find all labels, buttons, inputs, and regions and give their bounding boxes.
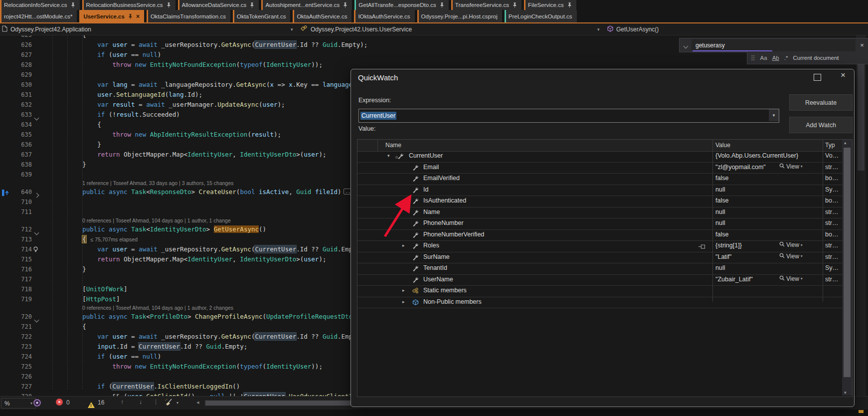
watch-name[interactable]: Static members — [423, 287, 467, 294]
breadcrumb-project[interactable]: Odyssey.Project42.Application — [2, 25, 91, 33]
watch-value[interactable]: false — [715, 197, 728, 204]
regex-button[interactable]: .* — [784, 55, 788, 61]
watch-name[interactable]: SurName — [423, 253, 450, 260]
view-button[interactable]: View▾ — [779, 275, 803, 282]
pin-icon[interactable] — [71, 2, 75, 8]
watch-name[interactable]: CurrentUser — [409, 152, 443, 159]
warning-count[interactable]: 16 — [98, 399, 104, 406]
match-whole-word-button[interactable]: Ab — [772, 55, 779, 61]
scroll-up-icon[interactable]: ▴ — [844, 140, 847, 145]
breadcrumb-member[interactable]: GetUserAsync() — [607, 25, 659, 33]
watch-row-tenantid[interactable]: TenantIdnullSy… — [357, 263, 842, 275]
errors-icon[interactable]: × — [56, 399, 63, 406]
watch-name[interactable]: Email — [423, 164, 439, 171]
tab-relocationinfoservice-cs[interactable]: RelocationInfoService.cs — [0, 0, 80, 10]
expand-caret-icon[interactable]: ▸ — [402, 288, 405, 293]
error-count[interactable]: 0 — [66, 399, 70, 406]
pin-icon[interactable] — [167, 2, 171, 8]
next-issue-icon[interactable]: ↓ — [139, 399, 142, 406]
watch-value[interactable]: null — [715, 186, 725, 193]
drag-handle-icon[interactable]: •••••• — [751, 55, 755, 61]
codelens-text[interactable]: 0 references | Toseef Ahmad, 104 days ag… — [82, 304, 233, 312]
tab-autoshipment-entservice-cs[interactable]: Autoshipment...entService.cs — [261, 0, 352, 10]
watch-name[interactable]: UserName — [423, 276, 453, 283]
close-icon[interactable]: × — [856, 41, 868, 49]
watch-row-currentuser[interactable]: ▾☆CurrentUser{Volo.Abp.Users.CurrentUser… — [357, 151, 842, 163]
pin-icon[interactable] — [567, 2, 572, 8]
watch-row-emailverified[interactable]: EmailVerifiedfalsebo… — [357, 174, 842, 185]
pin-member-icon[interactable] — [698, 243, 705, 250]
reevaluate-button[interactable]: Reevaluate — [789, 94, 853, 111]
pin-icon[interactable] — [440, 2, 444, 8]
watch-row-email[interactable]: Email"zl@yopmail.com"View▾str… — [357, 163, 842, 174]
watch-row-static-members[interactable]: ▸Static members — [357, 286, 842, 297]
pin-icon[interactable] — [343, 2, 347, 8]
maximize-icon[interactable] — [814, 74, 821, 81]
watch-name[interactable]: Non-Public members — [423, 298, 482, 305]
tab-allowancedataservice-cs[interactable]: AllowanceDataService.cs — [178, 0, 259, 10]
watch-name[interactable]: EmailVerified — [423, 175, 460, 182]
watch-value[interactable]: false — [715, 175, 728, 182]
column-header-name[interactable]: Name — [385, 142, 401, 149]
chevron-down-icon[interactable]: ▾ — [291, 27, 293, 32]
tab-fileservice-cs[interactable]: FileService.cs — [524, 0, 576, 10]
pin-icon[interactable] — [250, 2, 254, 8]
watch-name[interactable]: TenantId — [423, 264, 447, 271]
intellicode-icon[interactable] — [33, 399, 41, 409]
code-cleanup-broom-icon[interactable] — [165, 399, 174, 408]
collapse-caret-icon[interactable]: ▾ — [387, 153, 390, 158]
chevron-down-icon[interactable]: ▾ — [769, 109, 779, 121]
tab-oktaclaimstransformation-cs[interactable]: OktaClaimsTransformation.cs — [147, 10, 230, 22]
pin-icon[interactable] — [513, 2, 517, 8]
editor-vertical-scrollbar-thumb[interactable] — [858, 46, 865, 171]
add-watch-button[interactable]: Add Watch — [789, 117, 853, 133]
watch-value[interactable]: false — [715, 231, 728, 238]
chevron-down-icon[interactable]: ▾ — [597, 27, 600, 32]
tab-odyssey-proje-pi-host-csproj[interactable]: Odyssey.Proje...pi.Host.csproj — [417, 10, 502, 22]
chevron-down-icon[interactable]: ▾ — [801, 254, 803, 258]
codelens-text[interactable]: 1 reference | Toseef Ahmad, 33 days ago … — [82, 180, 234, 187]
expand-caret-icon[interactable]: ▸ — [402, 299, 405, 304]
watch-value[interactable]: "zl@yopmail.com" — [715, 164, 766, 171]
tab-relocationbusinessservice-cs[interactable]: RelocationBusinessService.cs — [82, 0, 175, 10]
view-button[interactable]: View▾ — [779, 163, 803, 170]
close-icon[interactable]: × — [136, 13, 140, 19]
match-case-button[interactable]: Aa — [760, 55, 767, 61]
tab-ioktaauthservice-cs[interactable]: IOktaAuthService.cs — [354, 10, 414, 22]
previous-issue-icon[interactable]: ↑ — [121, 399, 124, 406]
zoom-select[interactable]: % ▾ — [1, 398, 36, 409]
view-button[interactable]: View▾ — [779, 253, 803, 260]
tab-oktaauthservice-cs[interactable]: OktaAuthService.cs — [293, 10, 351, 22]
tab-userservice-cs[interactable]: UserService.cs× — [79, 10, 144, 22]
search-scope-select[interactable]: Current document — [793, 55, 839, 61]
watch-row-non-public-members[interactable]: ▸Non-Public members — [357, 297, 842, 309]
watch-value[interactable]: null — [715, 219, 725, 226]
chevron-down-icon[interactable]: ▾ — [801, 276, 803, 281]
pin-icon[interactable] — [128, 13, 133, 19]
find-expand-chevron-icon[interactable] — [680, 41, 692, 50]
expression-combobox[interactable]: CurrentUser ▾ — [358, 109, 779, 123]
watch-value[interactable]: {Volo.Abp.Users.CurrentUser} — [715, 152, 798, 159]
close-icon[interactable]: × — [841, 70, 846, 80]
watch-row-username[interactable]: UserName"Zubair_Latif"View▾str… — [357, 275, 842, 286]
chevron-down-icon[interactable]: ▾ — [801, 164, 803, 169]
chevron-down-icon[interactable]: ▾ — [801, 243, 803, 247]
scroll-left-icon[interactable]: ◂ — [196, 399, 199, 406]
codelens-text[interactable]: 0 references | Toseef Ahmad, 104 days ag… — [82, 217, 231, 224]
tab-prelogincheckoutput-cs[interactable]: PreLoginCheckOutput.cs — [505, 10, 577, 22]
watch-value[interactable]: null — [715, 264, 725, 271]
tab-getalltransfe-esponsedto-cs[interactable]: GetAllTransfe...esponseDto.cs — [354, 0, 449, 10]
chevron-down-icon[interactable]: ▾ — [176, 401, 178, 405]
grid-scrollbar-thumb[interactable] — [844, 148, 851, 377]
watch-row-surname[interactable]: SurName"Latif"View▾str… — [357, 252, 842, 264]
scroll-down-icon[interactable]: ▾ — [844, 390, 847, 395]
breadcrumb-class[interactable]: Odyssey.Project42.Users.UserService — [301, 25, 412, 33]
grid-vertical-scrollbar[interactable]: ▴ ▾ — [842, 140, 852, 396]
watch-value[interactable]: "Zubair_Latif" — [715, 276, 753, 283]
column-header-value[interactable]: Value — [715, 142, 730, 149]
tab-transfereeservice-cs[interactable]: TransfereeService.cs — [451, 0, 521, 10]
search-input[interactable]: getuserasy — [692, 39, 856, 51]
tab-oktatokengrant-cs[interactable]: OktaTokenGrant.cs — [233, 10, 290, 22]
watch-value[interactable]: {string[1]} — [715, 242, 742, 249]
tab-roject42htt-ostmodule-cs-[interactable]: roject42Htt...ostModule.cs* — [0, 10, 77, 22]
